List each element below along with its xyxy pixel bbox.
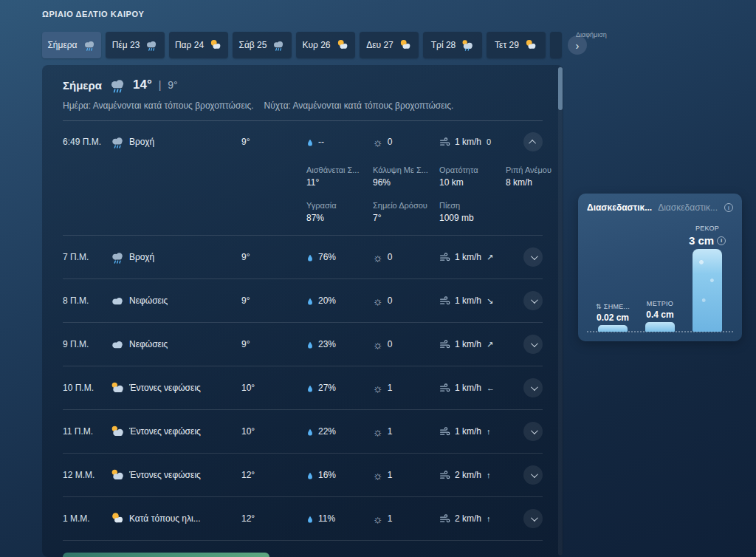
scrollbar-track[interactable]: [558, 66, 563, 556]
tab-simera[interactable]: Σήμερα: [42, 32, 101, 58]
expand-chevron-button[interactable]: [523, 247, 543, 267]
mostly-cloudy-icon: [110, 468, 125, 482]
condition-label: Έντονες νεφώσεις: [129, 470, 201, 480]
page-title: ΩΡΙΑΙΟ ΔΕΛΤΙΟ ΚΑΙΡΟΥ: [42, 10, 144, 18]
fun-facts-card: Διασκεδαστικ... Διασκεδαστικ... i ⇅ ΣΗΜΕ…: [578, 194, 742, 341]
high-temp: 14°: [133, 78, 152, 92]
info-icon[interactable]: i: [724, 203, 733, 212]
condition-label: Βροχή: [129, 137, 154, 147]
wind-direction-arrow: ↘: [487, 296, 493, 306]
wind-icon: [439, 339, 450, 350]
expand-chevron-button[interactable]: [523, 422, 543, 441]
wind-direction-arrow: ↑: [487, 471, 491, 479]
expand-chevron-button[interactable]: [523, 509, 543, 528]
expand-chevron-button[interactable]: [523, 335, 543, 354]
tab-dev-27[interactable]: Δευ 27: [360, 32, 419, 58]
scrollbar-thumb[interactable]: [558, 67, 563, 110]
precip-drop-icon: [306, 297, 314, 305]
hour-row[interactable]: 7 Π.Μ. Βροχή 9° 76% ☼ 0 1 km/h ↗: [63, 236, 543, 279]
sun-icon: ☼: [373, 513, 383, 524]
precip-value: 20%: [318, 295, 336, 306]
sun-value: 0: [388, 339, 393, 349]
night-forecast-text: Νύχτα: Αναμένονται κατά τόπους βροχοπτώσ…: [264, 100, 454, 111]
temperature: 9°: [241, 252, 306, 262]
tab-par-24[interactable]: Παρ 24: [169, 32, 228, 58]
rain-icon: [110, 134, 125, 149]
wind-direction-arrow: ↑: [487, 514, 491, 523]
bar-value: 3 cm: [689, 234, 714, 247]
tab-tri-28[interactable]: Τρί 28: [423, 32, 482, 58]
expand-chevron-button[interactable]: [523, 465, 543, 485]
condition-label: Νεφώσεις: [129, 339, 168, 349]
info-icon[interactable]: i: [717, 236, 726, 245]
detail-value: 10 km: [439, 177, 501, 188]
condition-label: Βροχή: [129, 252, 154, 262]
tab-kyr-26[interactable]: Κυρ 26: [296, 32, 355, 58]
measure-icon: ⇅: [596, 303, 602, 310]
precip-value: 11%: [318, 513, 335, 524]
hour-time: 6:49 Π.Μ.: [63, 137, 110, 147]
tab-tet-29[interactable]: Τετ 29: [487, 32, 546, 58]
day-forecast-text: Ημέρα: Αναμένονται κατά τόπους βροχοπτώσ…: [63, 100, 254, 111]
collapse-chevron-button[interactable]: [523, 132, 543, 151]
expand-chevron-button[interactable]: [523, 291, 543, 310]
tab-label: Τρί 28: [431, 40, 456, 50]
precip-value: --: [318, 137, 324, 147]
precip-drop-icon: [306, 384, 314, 392]
card-tab-inactive[interactable]: Διασκεδαστικ...: [658, 202, 718, 213]
tab-label: Παρ 24: [175, 40, 204, 50]
rain-icon: [110, 250, 125, 264]
sun-value: 0: [388, 137, 393, 147]
bar: [693, 249, 722, 332]
precip-drop-icon: [306, 515, 314, 523]
summary-day: Σήμερα: [63, 79, 102, 92]
precip-value: 76%: [318, 252, 336, 262]
sun-icon: ☼: [373, 295, 383, 307]
wind-icon: [439, 295, 450, 307]
bar-label-text: ΣΗΜΕ...: [604, 303, 630, 310]
wind-speed: 2 km/h: [455, 513, 481, 524]
hour-row[interactable]: 9 Π.Μ. Νεφώσεις 9° 23% ☼ 0 1 km/h ↗: [63, 323, 543, 366]
wind-speed: 1 km/h: [455, 137, 481, 147]
detail-value: 87%: [306, 213, 368, 223]
wind-speed: 1 km/h: [455, 426, 481, 437]
partly-sunny-icon: [524, 38, 537, 52]
tab-label: Κυρ 26: [302, 40, 330, 50]
wind-speed: 1 km/h: [455, 383, 481, 393]
expand-chevron-button[interactable]: [523, 378, 543, 397]
tab-pem-23[interactable]: Πέμ 23: [106, 32, 165, 58]
card-tab-active[interactable]: Διασκεδαστικ...: [587, 202, 652, 213]
hour-row[interactable]: 12 Μ.Μ. Έντονες νεφώσεις 12° 16% ☼ 1 2 k…: [63, 454, 543, 497]
sun-icon: ☼: [373, 252, 383, 263]
tab-partial[interactable]: [550, 32, 562, 58]
tab-label: Τετ 29: [495, 40, 519, 50]
next-section-preview: [63, 553, 269, 557]
sun-icon: ☼: [373, 383, 383, 394]
hour-time: 9 Π.Μ.: [63, 339, 110, 349]
hour-row[interactable]: 10 Π.Μ. Έντονες νεφώσεις 10° 27% ☼ 1 1 k…: [63, 366, 543, 410]
sun-icon: ☼: [373, 426, 383, 437]
hour-row[interactable]: 1 Μ.Μ. Κατά τόπους ηλι... 12° 11% ☼ 1 2 …: [63, 497, 543, 541]
partly-sunny-icon: [399, 38, 412, 52]
tab-label: Πέμ 23: [112, 40, 140, 50]
condition-label: Έντονες νεφώσεις: [129, 426, 201, 437]
sun-value: 1: [388, 470, 393, 480]
hour-row-expanded[interactable]: 6:49 Π.Μ. Βροχή 9° -- ☼ 0 1 km/h 0: [63, 121, 543, 236]
forecast-summary: Ημέρα: Αναμένονται κατά τόπους βροχοπτώσ…: [63, 100, 543, 111]
mostly-cloudy-icon: [110, 380, 125, 395]
hour-time: 10 Π.Μ.: [63, 383, 110, 393]
precip-drop-icon: [306, 138, 314, 146]
detail-label: Αισθάνεται Σ...: [306, 165, 368, 174]
detail-value: 96%: [373, 177, 435, 188]
hour-row[interactable]: 11 Π.Μ. Έντονες νεφώσεις 10° 22% ☼ 1 1 k…: [63, 410, 543, 454]
temperature: 12°: [241, 470, 306, 480]
hour-time: 8 Π.Μ.: [63, 295, 110, 306]
tab-sav-25[interactable]: Σάβ 25: [233, 32, 292, 58]
wind-icon: [439, 137, 450, 148]
partly-sunny-icon: [336, 38, 349, 52]
temperature: 10°: [241, 426, 306, 437]
temperature: 10°: [241, 383, 306, 393]
rain-icon: [272, 38, 285, 52]
hour-row[interactable]: 8 Π.Μ. Νεφώσεις 9° 20% ☼ 0 1 km/h ↘: [63, 279, 543, 323]
cloudy-icon: [110, 337, 125, 352]
